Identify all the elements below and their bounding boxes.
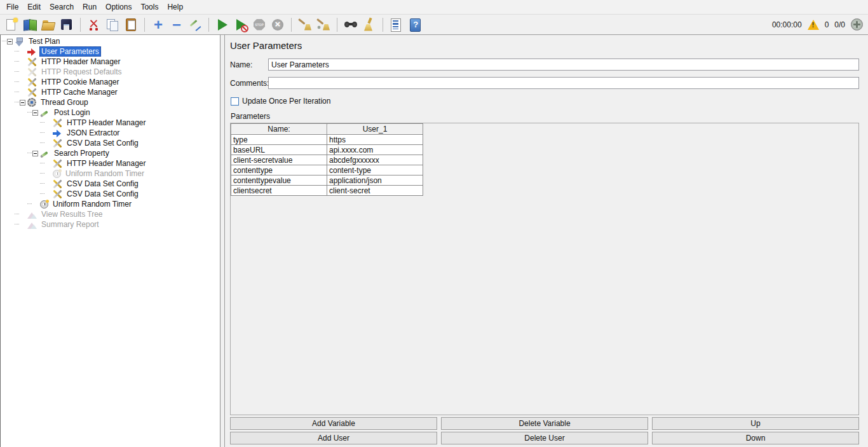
name-row: Name: [230, 58, 859, 71]
action-button[interactable]: Up [652, 417, 859, 430]
clear-search-icon[interactable] [362, 17, 377, 32]
timer-icon [40, 200, 48, 209]
warning-triangle-icon[interactable] [808, 20, 819, 30]
tree-item[interactable]: Search Property [1, 148, 220, 158]
param-value-cell[interactable]: content-type [327, 165, 423, 175]
paste-icon[interactable] [123, 17, 139, 32]
config-element-icon [27, 78, 37, 87]
menu-item[interactable]: Search [45, 1, 78, 13]
tree-connector [40, 122, 44, 123]
update-once-row: Update Once Per Iteration [231, 97, 859, 106]
tree-item-label: CSV Data Set Config [65, 138, 140, 148]
start-no-timers-icon[interactable] [233, 17, 248, 32]
column-header[interactable]: Name: [231, 124, 327, 135]
param-name-cell[interactable]: contenttypevalue [231, 175, 327, 186]
menu-item[interactable]: Help [163, 1, 187, 13]
tree-item[interactable]: Uniform Random Timer [1, 168, 220, 179]
help-icon[interactable] [407, 17, 423, 32]
new-file-icon[interactable] [4, 17, 19, 32]
menu-item[interactable]: Run [78, 1, 101, 13]
param-name-cell[interactable]: client-secretvalue [231, 155, 327, 165]
tree-item[interactable]: User Parameters [1, 46, 220, 57]
param-value-cell[interactable]: application/json [327, 175, 423, 186]
tree-item[interactable]: Uniform Random Timer [1, 199, 220, 209]
toolbar-separator [208, 18, 209, 32]
action-button[interactable]: Down [652, 432, 859, 444]
menu-item[interactable]: File [2, 1, 23, 13]
menu-item[interactable]: Edit [23, 1, 45, 13]
tree-item[interactable]: HTTP Header Manager [1, 158, 220, 168]
toolbar-separator [383, 18, 383, 32]
tree-connector [15, 102, 19, 103]
comments-input[interactable] [268, 77, 859, 89]
param-value-cell[interactable]: client-secret [327, 186, 423, 196]
toggle-icon[interactable] [187, 17, 203, 32]
tree-item[interactable]: Thread Group [1, 97, 220, 107]
tree-item[interactable]: HTTP Header Manager [1, 57, 220, 67]
user-parameters-icon [27, 47, 37, 57]
tree-item[interactable]: CSV Data Set Config [1, 138, 220, 148]
clear-all-icon[interactable] [316, 17, 331, 32]
report-icon [27, 210, 37, 219]
tree-item[interactable]: View Results Tree [1, 209, 220, 219]
param-name-cell[interactable]: baseURL [231, 145, 327, 155]
tree-connector [40, 173, 44, 174]
save-icon[interactable] [59, 17, 74, 32]
collapse-expander-icon[interactable] [7, 39, 13, 45]
sampler-icon [40, 149, 50, 158]
param-name-cell[interactable]: clientsecret [231, 186, 327, 196]
tree-item-label: JSON Extractor [65, 128, 121, 138]
tree-item-label: HTTP Header Manager [39, 57, 123, 67]
param-value-cell[interactable]: api.xxxx.com [327, 145, 423, 155]
stop-icon[interactable] [252, 17, 267, 32]
sampler-icon [40, 108, 50, 118]
tree-item[interactable]: HTTP Header Manager [1, 118, 220, 128]
action-button[interactable]: Add Variable [230, 417, 437, 430]
param-value-cell[interactable]: abcdefgxxxxxx [327, 155, 423, 165]
cut-icon[interactable] [86, 17, 102, 32]
collapse-expander-icon[interactable] [20, 100, 25, 106]
tree-item[interactable]: JSON Extractor [1, 128, 220, 138]
action-button[interactable]: Delete Variable [441, 417, 648, 430]
tree-item-label: HTTP Cookie Manager [39, 77, 121, 87]
config-element-icon [53, 159, 62, 168]
tree-item[interactable]: Summary Report [1, 219, 220, 230]
action-button[interactable]: Add User [230, 432, 437, 444]
action-button[interactable]: Delete User [441, 432, 648, 444]
parameters-table: Name:User_1 type https baseURL api.xxxx.… [231, 123, 423, 196]
tree-item[interactable]: HTTP Cache Manager [1, 87, 220, 97]
menu-item[interactable]: Tools [136, 1, 163, 13]
tree-connector [15, 214, 19, 215]
tree-item[interactable]: HTTP Request Defaults [1, 67, 220, 77]
column-header[interactable]: User_1 [327, 124, 423, 135]
user-parameters-panel: User Parameters Name: Comments: Update O… [224, 35, 868, 447]
param-name-cell[interactable]: contenttype [231, 165, 327, 175]
config-element-icon [53, 189, 62, 199]
param-value-cell[interactable]: https [327, 135, 423, 145]
remove-icon[interactable] [169, 17, 184, 32]
add-icon[interactable] [151, 17, 166, 32]
function-helper-icon[interactable] [389, 17, 404, 32]
tree-item-label: Post Login [52, 107, 92, 118]
tree-item[interactable]: HTTP Cookie Manager [1, 77, 220, 87]
tree-connector [40, 163, 44, 164]
start-icon[interactable] [215, 17, 230, 32]
search-icon[interactable] [343, 17, 358, 32]
copy-icon[interactable] [105, 17, 120, 32]
param-name-cell[interactable]: type [231, 135, 327, 145]
open-folder-icon[interactable] [41, 17, 56, 32]
clear-icon[interactable] [297, 17, 313, 32]
tree-item[interactable]: Test Plan [1, 36, 220, 46]
collapse-expander-icon[interactable] [32, 151, 38, 156]
menu-item[interactable]: Options [101, 1, 136, 13]
tree-connector [2, 41, 6, 42]
shutdown-icon[interactable] [270, 17, 285, 32]
tree-item[interactable]: Post Login [1, 107, 220, 118]
open-template-icon[interactable] [22, 17, 37, 32]
tree-item[interactable]: CSV Data Set Config [1, 179, 220, 189]
collapse-expander-icon[interactable] [32, 110, 38, 116]
update-once-checkbox[interactable] [231, 97, 239, 106]
config-element-icon [53, 118, 62, 128]
tree-item[interactable]: CSV Data Set Config [1, 189, 220, 199]
name-input[interactable] [268, 58, 859, 71]
